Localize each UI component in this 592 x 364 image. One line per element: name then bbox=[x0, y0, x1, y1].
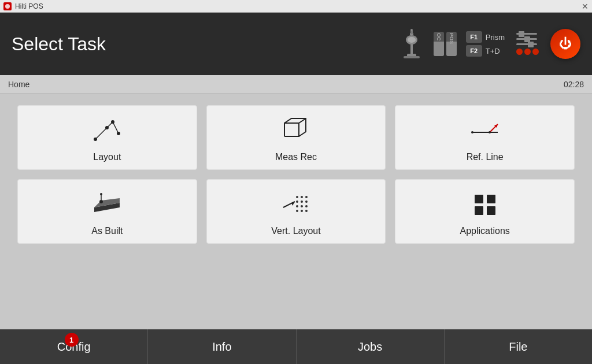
svg-point-35 bbox=[301, 205, 303, 207]
page-title: Select Task bbox=[12, 34, 399, 55]
file-tab-label: File bbox=[509, 340, 527, 354]
slider-thumb-3 bbox=[528, 42, 534, 47]
ref-line-button[interactable]: Ref. Line bbox=[395, 105, 575, 170]
battery-group: OC POS bbox=[434, 32, 457, 56]
svg-rect-44 bbox=[475, 206, 483, 215]
tab-jobs[interactable]: Jobs bbox=[297, 329, 445, 364]
td-label: T+D bbox=[486, 47, 500, 55]
svg-rect-45 bbox=[487, 206, 495, 215]
header-icons: OC POS F1 Prism F2 T+D bbox=[399, 28, 580, 60]
settings-icon[interactable] bbox=[514, 31, 541, 57]
fkey-row-1: F1 Prism bbox=[466, 31, 505, 43]
vert-layout-button[interactable]: Vert. Layout bbox=[206, 179, 386, 244]
svg-point-31 bbox=[296, 200, 298, 203]
svg-point-25 bbox=[99, 200, 103, 203]
tab-info[interactable]: Info bbox=[148, 329, 296, 364]
app-title: Hilti POS bbox=[15, 2, 43, 10]
red-dots bbox=[516, 49, 539, 55]
red-dot-3 bbox=[532, 49, 539, 55]
power-icon: ⏻ bbox=[559, 38, 572, 50]
f1-button[interactable]: F1 bbox=[466, 31, 482, 43]
applications-button[interactable]: Applications bbox=[395, 179, 575, 244]
slider-line-1 bbox=[516, 33, 537, 35]
svg-line-16 bbox=[113, 122, 119, 133]
as-built-button[interactable]: As Built bbox=[17, 179, 197, 244]
ref-line-icon bbox=[468, 115, 502, 146]
jobs-tab-label: Jobs bbox=[358, 340, 382, 354]
layout-label: Layout bbox=[93, 152, 121, 162]
svg-line-15 bbox=[107, 122, 113, 128]
meas-rec-label: Meas Rec bbox=[275, 152, 317, 162]
total-station-icon[interactable] bbox=[399, 28, 424, 60]
config-badge: 1 bbox=[65, 333, 79, 347]
title-bar: Hilti POS ✕ bbox=[0, 0, 592, 13]
applications-label: Applications bbox=[460, 226, 510, 236]
svg-point-8 bbox=[410, 29, 413, 31]
svg-rect-42 bbox=[475, 195, 483, 203]
fkey-row-2: F2 T+D bbox=[466, 45, 505, 57]
header: Select Task O bbox=[0, 13, 592, 75]
svg-point-39 bbox=[305, 210, 308, 212]
app-icon bbox=[3, 2, 12, 10]
breadcrumb-home: Home bbox=[8, 80, 29, 89]
battery-2: POS bbox=[446, 32, 457, 56]
layout-icon bbox=[90, 115, 124, 146]
svg-point-27 bbox=[100, 193, 102, 195]
svg-point-32 bbox=[301, 200, 303, 203]
info-tab-label: Info bbox=[212, 340, 231, 354]
svg-point-30 bbox=[305, 196, 308, 198]
svg-point-0 bbox=[5, 4, 10, 9]
breadcrumb-bar: Home 02:28 bbox=[0, 75, 592, 94]
title-bar-left: Hilti POS bbox=[3, 2, 43, 10]
sliders-icon bbox=[514, 31, 541, 57]
svg-point-21 bbox=[471, 131, 473, 133]
tab-config[interactable]: 1 Config bbox=[0, 329, 148, 364]
applications-icon bbox=[468, 189, 502, 220]
red-dot-2 bbox=[524, 49, 531, 55]
svg-point-34 bbox=[296, 205, 298, 207]
f2-button[interactable]: F2 bbox=[466, 45, 482, 57]
layout-button[interactable]: Layout bbox=[17, 105, 197, 170]
as-built-label: As Built bbox=[91, 226, 123, 236]
ref-line-label: Ref. Line bbox=[467, 152, 504, 162]
svg-line-17 bbox=[299, 118, 306, 123]
svg-point-38 bbox=[301, 210, 303, 212]
svg-point-5 bbox=[408, 37, 416, 43]
meas-rec-icon bbox=[279, 115, 313, 146]
svg-rect-2 bbox=[404, 56, 420, 58]
svg-point-22 bbox=[489, 131, 491, 133]
svg-point-36 bbox=[305, 205, 308, 207]
svg-line-14 bbox=[95, 128, 107, 139]
prism-label: Prism bbox=[486, 33, 505, 42]
task-grid: Layout Meas Rec bbox=[17, 105, 575, 244]
slider-thumb-1 bbox=[519, 31, 524, 37]
as-built-icon bbox=[90, 189, 124, 220]
power-button[interactable]: ⏻ bbox=[550, 29, 580, 59]
fkey-group: F1 Prism F2 T+D bbox=[466, 31, 505, 57]
svg-rect-43 bbox=[487, 195, 495, 203]
svg-point-33 bbox=[305, 200, 308, 203]
clock: 02:28 bbox=[564, 80, 584, 89]
slider-line-3 bbox=[516, 43, 537, 45]
svg-point-28 bbox=[296, 196, 298, 198]
svg-point-29 bbox=[301, 196, 303, 198]
battery-1: OC bbox=[434, 32, 444, 56]
slider-line-2 bbox=[516, 38, 537, 40]
main-content: Layout Meas Rec bbox=[0, 94, 592, 329]
tab-bar: 1 Config Info Jobs File bbox=[0, 329, 592, 364]
tab-file[interactable]: File bbox=[445, 329, 592, 364]
vert-layout-label: Vert. Layout bbox=[271, 226, 320, 236]
meas-rec-button[interactable]: Meas Rec bbox=[206, 105, 386, 170]
svg-point-37 bbox=[296, 210, 298, 212]
svg-marker-41 bbox=[291, 202, 295, 206]
close-button[interactable]: ✕ bbox=[582, 2, 589, 10]
vert-layout-icon bbox=[279, 189, 313, 220]
red-dot-1 bbox=[516, 49, 523, 55]
